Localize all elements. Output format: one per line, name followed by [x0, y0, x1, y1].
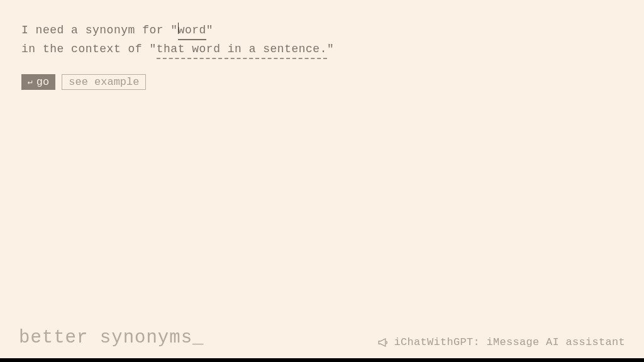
prompt-suffix-2: " — [327, 43, 334, 55]
see-example-button[interactable]: see example — [62, 74, 146, 90]
prompt-line-2: in the context of "that word in a senten… — [21, 40, 623, 59]
word-input[interactable]: word — [178, 21, 206, 40]
promo-link[interactable]: iChatWithGPT: iMessage AI assistant — [377, 336, 625, 348]
prompt-line-1: I need a synonym for "word" — [21, 21, 623, 40]
promo-text: iChatWithGPT: iMessage AI assistant — [394, 336, 625, 348]
prompt-prefix-2: in the context of " — [21, 43, 157, 55]
site-title: better synonyms_ — [19, 327, 204, 348]
title-cursor: _ — [192, 327, 204, 348]
site-title-text: better synonyms — [19, 327, 192, 348]
bottom-bar — [0, 358, 644, 362]
prompt-suffix-1: " — [206, 24, 213, 36]
context-input[interactable]: that word in a sentence. — [157, 40, 327, 59]
megaphone-icon — [377, 338, 389, 347]
prompt-prefix-1: I need a synonym for " — [21, 24, 178, 36]
go-button[interactable]: ↵ go — [21, 74, 55, 90]
go-button-label: go — [36, 76, 49, 88]
enter-icon: ↵ — [28, 78, 33, 86]
